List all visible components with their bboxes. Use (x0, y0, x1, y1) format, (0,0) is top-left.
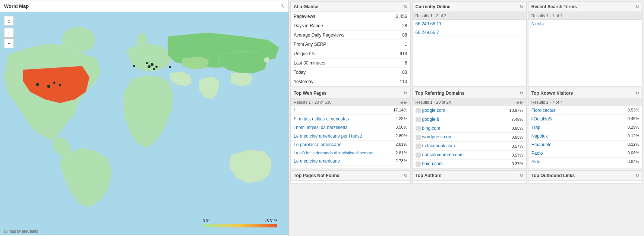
stat-label: Yesterday (294, 79, 313, 84)
map-home-button[interactable]: ⌂ (4, 16, 14, 26)
domain-link-7[interactable]: baidu.com (422, 161, 443, 166)
stat-value: 83 (402, 70, 407, 75)
domain-pct-2: 7.49% (512, 117, 523, 122)
page-link-4[interactable]: Le medicine americane per i turisti (294, 133, 362, 139)
top-known-visitors-header: Top Known Visitors ↻ (528, 88, 642, 98)
page-link-3[interactable]: i nomi inglesi da barzelletta (294, 125, 348, 130)
legend-min: 0.01 (203, 219, 210, 223)
ip-link-2[interactable]: 66.249.66.7 (416, 30, 439, 35)
stat-last30: Last 30 minutes 6 (291, 59, 410, 68)
currently-online-title: Currently Online (416, 4, 451, 9)
svg-point-6 (155, 66, 158, 68)
top-outbound-refresh[interactable]: ↻ (635, 173, 639, 178)
domain-pct-6: 0.57% (512, 153, 523, 157)
map-credit: JS map by amCharts (3, 229, 38, 233)
prev-arrow[interactable]: ◀ (516, 100, 519, 104)
domain-link-6[interactable]: nonsolomamma.com (422, 152, 464, 157)
visitor-link-3[interactable]: Trap (531, 125, 540, 130)
page-link-2[interactable]: Firmitas, utilitas et venustas (294, 116, 349, 122)
visitor-link-7[interactable]: Aldo (531, 159, 540, 164)
page-row-2: Firmitas, utilitas et venustas 4.28% (291, 115, 410, 123)
stat-value: 6 (405, 60, 407, 66)
top-known-visitors-results: Results 1 - 7 of 7 (531, 100, 562, 104)
visitor-link-2[interactable]: kOoLiNuS (531, 116, 552, 122)
domain-link-2[interactable]: google.it (422, 117, 439, 122)
domain-link-4[interactable]: wordpress.com (422, 134, 452, 139)
visitor-link-4[interactable]: Napolux (531, 133, 548, 139)
top-authors-refresh[interactable]: ↻ (520, 173, 523, 178)
search-term-link-1[interactable]: Nicola (531, 21, 544, 26)
page-pct-4: 2.89% (395, 133, 407, 139)
page-pct-3: 3.50% (395, 125, 407, 130)
domain-link-1[interactable]: google.com (422, 108, 445, 113)
top-web-pages-header: Top Web Pages ↻ (291, 88, 410, 98)
top-known-visitors-refresh[interactable]: ↻ (635, 91, 639, 96)
top-referring-refresh[interactable]: ↻ (520, 91, 523, 96)
svg-point-12 (59, 84, 61, 86)
stat-value: 110 (400, 79, 407, 84)
at-a-glance-refresh[interactable]: ↻ (404, 4, 407, 9)
top-pages-not-found-panel: Top Pages Not Found ↻ (290, 170, 411, 184)
stat-avg-daily: Average Daily Pageviews 88 (291, 31, 410, 40)
map-title: World Map ↻ (0, 0, 288, 12)
domain-pct-5: 0.57% (512, 144, 523, 148)
stat-label: From Any SERP (294, 42, 326, 47)
top-referring-results: Results 1 - 20 of 24 (416, 100, 451, 104)
ip-link-1[interactable]: 66.249.66.11 (416, 21, 442, 26)
svg-point-9 (36, 83, 39, 86)
stat-yesterday: Yesterday 110 (291, 77, 410, 86)
stat-label: Days in Range (294, 23, 323, 28)
domain-pct-3: 0.65% (512, 126, 523, 130)
next-arrow[interactable]: ▶ (404, 100, 407, 104)
stat-days: Days in Range 28 (291, 21, 410, 31)
domain-row-1: google.com 18.97% (413, 106, 526, 115)
domain-icon-4 (416, 135, 421, 140)
page-link-5[interactable]: Le parolacce americane (294, 142, 341, 147)
stat-value: 1 (405, 42, 407, 47)
top-known-visitors-panel: Top Known Visitors ↻ Results 1 - 7 of 7 … (528, 88, 643, 169)
visitor-link-1[interactable]: Fiordicactus (531, 108, 556, 113)
at-a-glance-content: Pageviews 2,456 Days in Range 28 Average… (291, 12, 410, 86)
page-link-7[interactable]: Le medicine americane (294, 158, 340, 164)
domain-row-5: m.facebook.com 0.57% (413, 142, 526, 151)
top-outbound-header: Top Outbound Links ↻ (528, 171, 642, 181)
world-map-svg (0, 12, 288, 235)
stat-label: Pageviews (294, 14, 315, 19)
domain-icon-2 (416, 117, 421, 122)
currently-online-panel: Currently Online ↻ Results 1 - 2 of 2 66… (412, 1, 527, 86)
visitor-link-5[interactable]: Emanuele (531, 142, 552, 147)
top-referring-results-bar: Results 1 - 20 of 24 ◀ ▶ (413, 98, 526, 106)
recent-search-refresh[interactable]: ↻ (635, 4, 639, 9)
next-arrow[interactable]: ▶ (520, 100, 523, 104)
svg-point-4 (146, 62, 148, 64)
domain-link-3[interactable]: bing.com (422, 126, 441, 131)
domain-link-5[interactable]: m.facebook.com (422, 143, 455, 148)
page-link-1[interactable]: / (294, 108, 295, 113)
top-outbound-title: Top Outbound Links (531, 173, 575, 178)
map-refresh-icon[interactable]: ↻ (281, 4, 285, 9)
top-web-pages-title: Top Web Pages (294, 91, 326, 96)
visitor-row-2: kOoLiNuS 0.45% (528, 115, 642, 123)
domain-pct-7: 0.37% (512, 161, 523, 166)
page-link-6[interactable]: La più bella domanda di statistica di se… (294, 151, 373, 155)
svg-point-11 (53, 82, 56, 84)
svg-point-7 (133, 65, 135, 67)
map-zoom-in-button[interactable]: + (4, 28, 14, 38)
stat-unique-ips: Unique IPs 913 (291, 49, 410, 59)
domain-pct-4: 0.65% (512, 135, 523, 139)
map-legend: 0.01 45.31% (203, 219, 277, 227)
currently-online-refresh[interactable]: ↻ (520, 4, 523, 9)
visitor-pct-7: 0.04% (628, 159, 639, 164)
stat-serp: From Any SERP 1 (291, 40, 410, 49)
top-web-pages-refresh[interactable]: ↻ (404, 91, 407, 96)
map-title-text: World Map (4, 3, 29, 9)
page-row-1: / 17.14% (291, 106, 410, 115)
top-pages-not-found-refresh[interactable]: ↻ (404, 173, 407, 178)
map-container: ⌂ + − (0, 12, 288, 235)
top-referring-header: Top Referring Domains ↻ (413, 88, 526, 98)
svg-point-2 (148, 65, 151, 68)
recent-search-header: Recent Search Terms ↻ (528, 2, 642, 12)
map-zoom-out-button[interactable]: − (4, 38, 14, 48)
prev-arrow[interactable]: ◀ (400, 100, 403, 104)
visitor-link-6[interactable]: Paolo (531, 151, 543, 156)
